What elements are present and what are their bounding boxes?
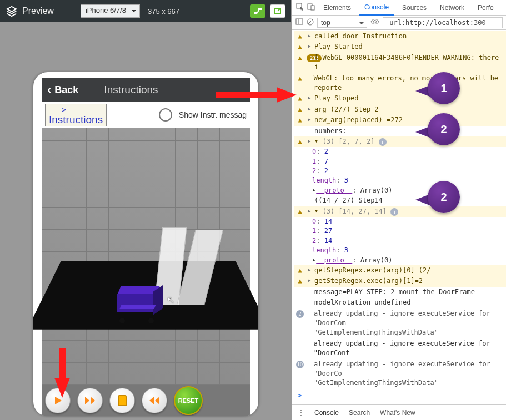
log-line: ((14 / 27) Step14 bbox=[314, 196, 383, 205]
log-line: already updating - ignore executeService… bbox=[314, 339, 504, 358]
hint-arrow: ---> bbox=[49, 105, 103, 114]
app-subbar: ---> Instructions Show Instr. messag bbox=[42, 102, 250, 128]
svg-line-6 bbox=[308, 19, 313, 24]
console-filter-value: -url:http://localhost:300 bbox=[385, 19, 486, 27]
clear-console-icon[interactable] bbox=[307, 18, 314, 27]
array-header[interactable]: (3) [2, 7, 2] bbox=[322, 138, 374, 145]
tab-performance[interactable]: Perfo bbox=[472, 1, 499, 15]
player-controls: RESET bbox=[42, 385, 250, 416]
array-body: 0: 2 1: 7 2: 2 length: 3 ▸__proto__: Arr… bbox=[294, 147, 506, 195]
back-button[interactable]: Back bbox=[54, 84, 78, 96]
3d-stage[interactable]: ↖ bbox=[42, 128, 250, 385]
log-line: message=PLAY STEP: 2-mount the DoorFrame bbox=[314, 287, 475, 297]
rewind-button[interactable] bbox=[142, 388, 167, 413]
app-header: ‹ Back Instructions bbox=[42, 78, 250, 102]
inspect-icon[interactable] bbox=[295, 3, 304, 12]
play-button[interactable] bbox=[45, 388, 71, 413]
console-subbar: top -url:http://localhost:300 bbox=[292, 16, 506, 30]
tab-console[interactable]: Console bbox=[359, 0, 394, 16]
devtools-drawer-tabs: ⋮ Console Search What's New bbox=[292, 404, 506, 420]
drawer-tab-search[interactable]: Search bbox=[349, 409, 370, 417]
device-select-label: iPhone 6/7/8 bbox=[86, 6, 126, 14]
log-line: Play Started bbox=[314, 42, 363, 52]
console-prompt[interactable]: > bbox=[294, 389, 506, 403]
preview-title: Preview bbox=[22, 6, 54, 16]
reset-button[interactable]: RESET bbox=[174, 386, 203, 415]
tab-sources[interactable]: Sources bbox=[397, 1, 432, 15]
stop-button[interactable] bbox=[109, 388, 135, 413]
log-line: Play Stoped bbox=[314, 94, 358, 103]
tab-network[interactable]: Network bbox=[434, 1, 470, 15]
popout-button[interactable] bbox=[270, 4, 285, 18]
reset-label: RESET bbox=[178, 397, 199, 404]
context-label: top bbox=[321, 19, 330, 27]
drawer-tab-whatsnew[interactable]: What's New bbox=[380, 409, 415, 417]
hint-link: Instructions bbox=[49, 114, 103, 126]
live-expression-icon[interactable] bbox=[370, 18, 379, 27]
show-messages-toggle[interactable] bbox=[159, 108, 172, 122]
show-messages-label: Show Instr. messag bbox=[179, 110, 247, 119]
back-chevron-icon[interactable]: ‹ bbox=[47, 83, 51, 97]
log-line: modelXrotation=undefined bbox=[314, 298, 410, 307]
phone-frame: ‹ Back Instructions ---> Instructions Sh… bbox=[33, 72, 258, 416]
cursor-icon: ↖ bbox=[167, 294, 175, 306]
log-line: getStepRegex.exec(arg)[0]=(2/ bbox=[314, 266, 431, 275]
device-select[interactable]: iPhone 6/7/8 bbox=[81, 4, 140, 18]
instructions-hint[interactable]: ---> Instructions bbox=[45, 104, 107, 126]
array-body: 0: 14 1: 27 2: 14 length: 3 ▸__proto__: … bbox=[294, 217, 506, 265]
device-toggle-icon[interactable] bbox=[307, 3, 315, 12]
tab-elements[interactable]: Elements bbox=[318, 1, 357, 15]
preview-pane: Preview iPhone 6/7/8 375 x 667 ‹ Back In… bbox=[0, 0, 292, 420]
devtools-tabs: Elements Console Sources Network Perfo bbox=[292, 0, 506, 16]
cart-model bbox=[119, 286, 158, 320]
svg-rect-3 bbox=[296, 19, 303, 24]
sidebar-toggle-icon[interactable] bbox=[295, 18, 303, 27]
log-line: new_arg(replaced) =272 bbox=[314, 115, 403, 125]
forward-button[interactable] bbox=[77, 388, 103, 413]
callout-bubble: 2 bbox=[428, 113, 460, 145]
device-dimensions: 375 x 667 bbox=[148, 7, 179, 16]
log-line: numbers: bbox=[314, 126, 347, 136]
console-log[interactable]: ▲▸called door Instruction ▲▸Play Started… bbox=[292, 30, 506, 404]
drawer-tab-console[interactable]: Console bbox=[314, 409, 339, 417]
log-line: [.WebGL-000001164F3486F0]RENDER WARNING:… bbox=[314, 53, 504, 73]
log-line: getStepRegex.exec(arg)[1]=2 bbox=[314, 276, 423, 286]
repeat-badge: 10 bbox=[296, 361, 304, 368]
callout-bubble: 1 bbox=[428, 72, 460, 104]
svg-rect-2 bbox=[311, 6, 314, 10]
log-line: arg=(2/7) Step 2 bbox=[314, 105, 379, 114]
devtools-pane: Elements Console Sources Network Perfo t… bbox=[292, 0, 506, 420]
save-button[interactable] bbox=[250, 4, 265, 18]
context-select[interactable]: top bbox=[317, 18, 367, 28]
repeat-badge: 2 bbox=[296, 310, 304, 318]
log-line: called door Instruction bbox=[314, 32, 407, 41]
layers-icon bbox=[6, 5, 18, 17]
callout-bubble: 2 bbox=[428, 181, 460, 213]
console-filter-input[interactable]: -url:http://localhost:300 bbox=[383, 17, 503, 28]
log-line: WebGL: too many errors, no more errors w… bbox=[314, 74, 504, 93]
svg-point-7 bbox=[374, 21, 377, 23]
preview-toolbar: Preview iPhone 6/7/8 375 x 667 bbox=[0, 0, 291, 22]
page-title: Instructions bbox=[104, 84, 158, 96]
array-header[interactable]: (3) [14, 27, 14] bbox=[322, 208, 387, 215]
